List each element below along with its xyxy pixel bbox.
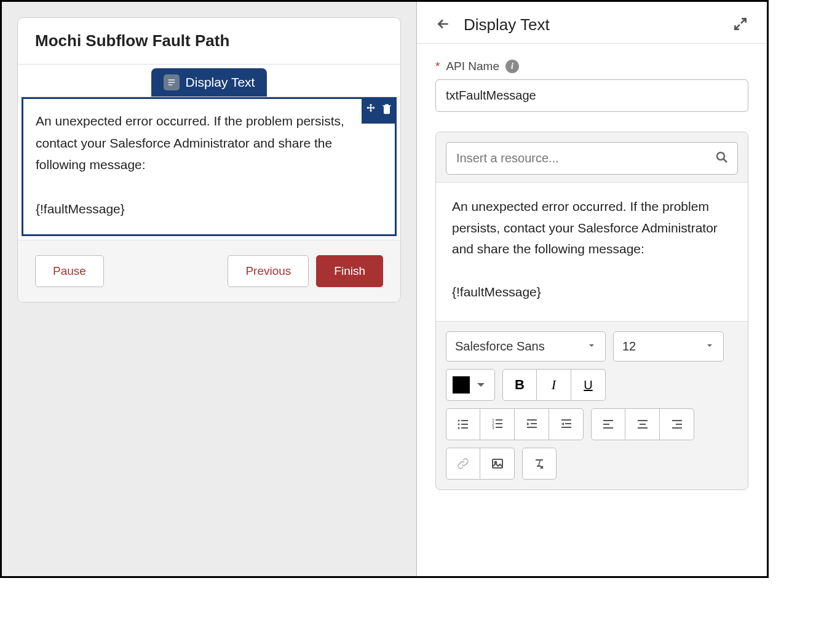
svg-rect-17 [531, 423, 537, 424]
font-size-select[interactable]: 12 [613, 331, 724, 362]
pause-button[interactable]: Pause [35, 255, 104, 287]
move-icon[interactable] [365, 100, 377, 122]
align-right-button[interactable] [660, 408, 694, 440]
component-tab-row: Display Text [18, 65, 400, 97]
align-left-button[interactable] [591, 408, 625, 440]
svg-rect-15 [496, 427, 502, 428]
insert-group [446, 448, 515, 480]
svg-rect-26 [640, 424, 646, 425]
svg-rect-25 [638, 420, 648, 421]
svg-rect-24 [603, 427, 613, 429]
clear-format-button[interactable] [522, 448, 557, 480]
svg-rect-0 [168, 79, 175, 80]
svg-point-6 [458, 427, 460, 429]
font-family-value: Salesforce Sans [455, 339, 545, 354]
editor-content-area[interactable]: An unexpected error occurred. If the pro… [436, 182, 748, 322]
align-center-button[interactable] [625, 408, 660, 440]
svg-rect-31 [493, 459, 502, 468]
previous-button[interactable]: Previous [228, 255, 309, 287]
expand-icon[interactable] [732, 16, 748, 34]
svg-rect-23 [603, 424, 609, 425]
footer-right-group: Previous Finish [228, 255, 383, 287]
resource-picker-input[interactable] [446, 142, 738, 175]
svg-rect-29 [676, 424, 682, 425]
font-size-value: 12 [622, 339, 636, 354]
svg-text:3: 3 [492, 425, 494, 430]
svg-rect-8 [461, 424, 468, 425]
api-name-input[interactable] [435, 79, 748, 112]
flow-preview-panel: Mochi Subflow Fault Path Display Text [2, 2, 417, 576]
api-name-label-row: * API Name i [435, 60, 748, 73]
display-text-block[interactable]: An unexpected error occurred. If the pro… [22, 97, 397, 236]
svg-rect-27 [638, 427, 648, 429]
svg-rect-7 [461, 420, 468, 421]
svg-point-4 [458, 420, 460, 422]
tab-label: Display Text [186, 75, 255, 90]
svg-rect-22 [603, 420, 613, 421]
card-title: Mochi Subflow Fault Path [18, 18, 400, 65]
svg-rect-1 [168, 82, 175, 82]
chevron-down-icon [705, 339, 715, 354]
info-icon[interactable]: i [505, 60, 519, 73]
search-icon[interactable] [715, 150, 729, 167]
list-indent-group: 123 [446, 408, 584, 440]
bold-button[interactable]: B [502, 369, 537, 401]
block-controls [362, 98, 396, 124]
display-text-tab[interactable]: Display Text [151, 68, 267, 97]
svg-rect-16 [527, 419, 537, 421]
svg-rect-28 [672, 420, 682, 421]
font-family-select[interactable]: Salesforce Sans [446, 331, 606, 362]
editor-token: {!faultMessage} [452, 282, 732, 303]
required-star: * [435, 60, 440, 73]
properties-panel: Display Text * API Name i [417, 2, 767, 576]
divider [417, 43, 767, 44]
bullet-list-button[interactable] [446, 408, 480, 440]
svg-rect-2 [168, 84, 172, 85]
svg-rect-19 [561, 419, 571, 421]
svg-rect-9 [461, 427, 468, 429]
flow-card: Mochi Subflow Fault Path Display Text [17, 17, 401, 303]
svg-rect-14 [496, 423, 502, 424]
delete-icon[interactable] [381, 100, 393, 122]
api-name-label: API Name [446, 60, 499, 73]
numbered-list-button[interactable]: 123 [480, 408, 515, 440]
indent-button[interactable] [515, 408, 549, 440]
text-block-wrapper: An unexpected error occurred. If the pro… [18, 97, 400, 240]
image-button[interactable] [480, 448, 515, 480]
link-button[interactable] [446, 448, 480, 480]
svg-point-5 [458, 424, 460, 425]
finish-button[interactable]: Finish [316, 255, 383, 287]
editor-toolbar: Salesforce Sans 12 B [436, 322, 748, 489]
svg-point-3 [717, 152, 724, 160]
message-token: {!faultMessage} [36, 198, 382, 220]
align-group [591, 408, 694, 440]
text-style-group: B I U [502, 369, 606, 401]
underline-button[interactable]: U [571, 369, 606, 401]
message-paragraph: An unexpected error occurred. If the pro… [36, 110, 382, 176]
svg-rect-18 [527, 427, 537, 428]
card-footer: Pause Previous Finish [18, 240, 400, 302]
svg-rect-20 [565, 423, 571, 424]
outdent-button[interactable] [549, 408, 584, 440]
text-color-button[interactable] [446, 369, 495, 401]
display-text-icon [164, 74, 180, 90]
back-arrow-icon[interactable] [435, 16, 451, 34]
chevron-down-icon [587, 339, 596, 354]
color-swatch [453, 376, 470, 394]
panel-header: Display Text [435, 15, 748, 34]
svg-rect-13 [496, 419, 502, 421]
svg-rect-30 [672, 427, 682, 429]
editor-paragraph: An unexpected error occurred. If the pro… [452, 196, 732, 260]
panel-title: Display Text [464, 15, 550, 34]
rich-text-editor-panel: An unexpected error occurred. If the pro… [435, 132, 748, 490]
svg-rect-21 [561, 427, 571, 428]
resource-picker-row [436, 132, 748, 182]
italic-button[interactable]: I [537, 369, 571, 401]
